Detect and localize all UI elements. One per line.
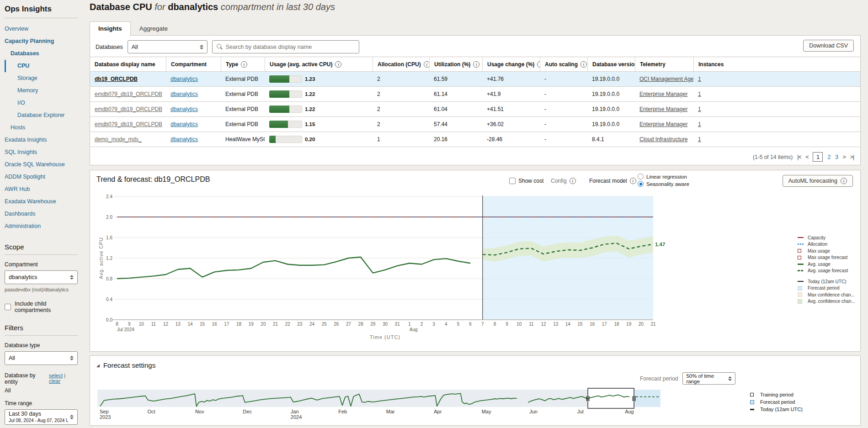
legend-item: Avg. usage forecast xyxy=(798,268,861,275)
table-row[interactable]: demo_mode_mds_dbanalyticsHeatWave MySQL0… xyxy=(90,132,860,147)
table-row[interactable]: emdb079_db19_ORCLPDBdbanalyticsExternal … xyxy=(90,102,860,117)
column-header-type[interactable]: Typei xyxy=(221,57,265,71)
instances-link[interactable]: 1 xyxy=(698,106,701,112)
column-header-instances[interactable]: Instances xyxy=(693,57,860,71)
info-icon[interactable]: i xyxy=(570,178,576,184)
radio-linear-regression[interactable]: Linear regression xyxy=(638,174,689,180)
instances-link[interactable]: 1 xyxy=(698,136,701,143)
sidebar-item-administration[interactable]: Administration xyxy=(5,220,78,232)
column-header-allocation-cpu-[interactable]: Allocation (CPU)i xyxy=(373,57,429,71)
database-type-select[interactable]: All xyxy=(5,351,78,365)
database-search[interactable] xyxy=(212,40,359,53)
current-page[interactable]: 1 xyxy=(813,152,823,162)
compartment-link[interactable]: dbanalytics xyxy=(170,106,198,112)
cell-usage: 1.22 xyxy=(265,106,373,113)
forecast-period-select[interactable]: 50% of time range xyxy=(682,372,735,385)
compartment-link[interactable]: dbanalytics xyxy=(170,136,198,143)
column-header-usage-avg-active-cpu-[interactable]: Usage (avg. active CPU)i xyxy=(265,57,373,71)
instances-link[interactable]: 1 xyxy=(698,91,701,97)
sidebar-item-sql-insights[interactable]: SQL Insights xyxy=(5,146,78,159)
compartment-select[interactable]: dbanalytics xyxy=(5,270,78,284)
compartment-link[interactable]: dbanalytics xyxy=(170,76,198,82)
column-header-database-version[interactable]: Database version xyxy=(587,57,635,71)
database-name-link[interactable]: emdb079_db19_ORCLPDB xyxy=(95,106,162,112)
column-header-usage-change-[interactable]: Usage change (%)i xyxy=(482,57,540,71)
sidebar-item-awr-hub[interactable]: AWR Hub xyxy=(5,183,78,196)
time-range-select[interactable]: Last 30 days Jul 08, 2024 - Aug 07, 2024… xyxy=(5,409,78,425)
info-icon[interactable]: i xyxy=(473,61,479,68)
sidebar-item-memory[interactable]: Memory xyxy=(5,85,78,97)
database-name-link[interactable]: emdb079_db19_ORCLPDB xyxy=(95,91,162,97)
legend-label: Today (12am UTC) xyxy=(808,279,846,284)
column-header-utilization-[interactable]: Utilization (%)i▼ xyxy=(429,57,482,71)
sidebar-item-capacity-planning[interactable]: Capacity Planning xyxy=(5,35,78,48)
sidebar-item-dashboards[interactable]: Dashboards xyxy=(5,208,78,220)
info-icon[interactable]: i xyxy=(580,61,587,68)
sidebar-item-storage[interactable]: Storage xyxy=(5,72,78,85)
show-cost-checkbox[interactable] xyxy=(509,178,516,184)
sidebar-item-i-o[interactable]: I/O xyxy=(5,97,78,109)
x-tick-label: 21 xyxy=(273,322,278,327)
collapse-triangle-icon[interactable]: ◢ xyxy=(96,363,100,368)
download-csv-button[interactable]: Download CSV xyxy=(803,40,854,52)
sidebar-item-databases[interactable]: Databases xyxy=(5,48,78,60)
sidebar-item-exadata-insights[interactable]: Exadata Insights xyxy=(5,134,78,146)
tab-insights[interactable]: Insights xyxy=(90,21,131,36)
page-2[interactable]: 2 xyxy=(827,154,831,160)
column-header-auto-scaling[interactable]: Auto scalingi xyxy=(540,57,587,71)
y-tick-label: 1.6 xyxy=(106,235,112,240)
telemetry-link[interactable]: OCI Management Agent xyxy=(639,76,693,82)
entity-select-link[interactable]: select xyxy=(49,373,63,378)
entity-clear-link[interactable]: clear xyxy=(49,378,60,384)
telemetry-link[interactable]: Enterprise Manager xyxy=(639,121,687,127)
column-header-database-display-name[interactable]: Database display name xyxy=(90,57,166,71)
automl-forecasting-button[interactable]: AutoML forecasting i xyxy=(783,175,853,187)
instances-link[interactable]: 1 xyxy=(698,76,701,82)
include-child-compartments[interactable]: Include child compartments xyxy=(5,301,78,313)
databases-filter-select[interactable]: All xyxy=(128,40,208,53)
next-page-icon[interactable]: > xyxy=(843,154,846,160)
page-title-main: Database CPU xyxy=(90,2,152,12)
instances-link[interactable]: 1 xyxy=(698,121,701,127)
table-row[interactable]: emdb079_db19_ORCLPDBdbanalyticsExternal … xyxy=(90,117,860,132)
first-page-icon[interactable]: |< xyxy=(797,154,801,160)
telemetry-link[interactable]: Enterprise Manager xyxy=(639,106,687,112)
telemetry-link[interactable]: Cloud Infrastructure xyxy=(639,136,687,143)
radio-seasonality-label: Seasonality aware xyxy=(646,181,689,187)
info-icon[interactable]: i xyxy=(335,61,341,68)
database-name-link[interactable]: emdb079_db19_ORCLPDB xyxy=(95,121,162,127)
legend-label: Avg. usage xyxy=(808,262,831,267)
previous-page-icon[interactable]: < xyxy=(805,154,808,160)
sidebar-item-exadata-warehouse[interactable]: Exadata Warehouse xyxy=(5,196,78,208)
checkbox-icon[interactable] xyxy=(5,304,11,310)
sidebar-item-cpu[interactable]: CPU xyxy=(5,60,78,72)
tab-aggregate[interactable]: Aggregate xyxy=(131,21,176,36)
sidebar-item-overview[interactable]: Overview xyxy=(5,23,78,35)
sidebar-item-hosts[interactable]: Hosts xyxy=(5,122,78,134)
radio-seasonality-aware[interactable]: Seasonality aware xyxy=(638,181,689,187)
info-icon[interactable]: i xyxy=(424,61,429,68)
sidebar-item-addm-spotlight[interactable]: ADDM Spotlight xyxy=(5,171,78,183)
column-header-telemetry[interactable]: Telemetry xyxy=(635,57,693,71)
info-icon[interactable]: i xyxy=(630,178,636,184)
config-control[interactable]: Config i xyxy=(551,178,576,184)
x-tick-label: 5 xyxy=(457,322,460,327)
legend-swatch-dashes xyxy=(798,270,805,271)
search-input[interactable] xyxy=(226,44,355,50)
column-header-compartment[interactable]: Compartment xyxy=(166,57,221,71)
table-row[interactable]: db19_ORCLPDBdbanalyticsExternal PDB1.232… xyxy=(90,72,860,87)
radio-checked-icon[interactable] xyxy=(638,181,644,187)
table-row[interactable]: emdb079_db19_ORCLPDBdbanalyticsExternal … xyxy=(90,87,860,102)
database-name-link[interactable]: db19_ORCLPDB xyxy=(95,76,138,82)
last-page-icon[interactable]: >| xyxy=(850,154,854,160)
database-name-link[interactable]: demo_mode_mds_ xyxy=(95,136,142,143)
sidebar-item-oracle-sql-warehouse[interactable]: Oracle SQL Warehouse xyxy=(5,159,78,171)
telemetry-link[interactable]: Enterprise Manager xyxy=(639,91,687,97)
page-3[interactable]: 3 xyxy=(835,154,838,160)
show-cost-control[interactable]: Show cost xyxy=(509,178,543,184)
info-icon[interactable]: i xyxy=(241,61,247,68)
compartment-link[interactable]: dbanalytics xyxy=(170,121,198,127)
compartment-link[interactable]: dbanalytics xyxy=(170,91,198,97)
radio-icon[interactable] xyxy=(638,174,644,180)
sidebar-item-database-explorer[interactable]: Database Explorer xyxy=(5,109,78,122)
